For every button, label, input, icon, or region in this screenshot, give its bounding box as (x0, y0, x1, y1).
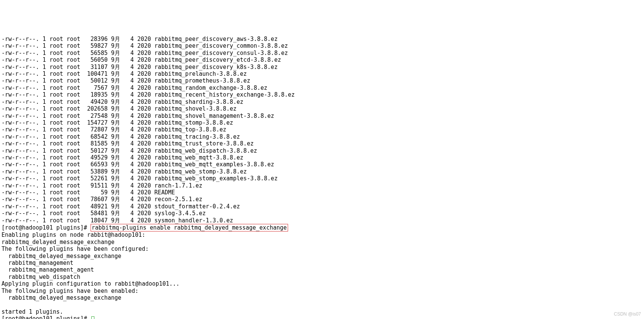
ls-row: -rw-r--r--. 1 root root 18047 9月 4 2020 … (2, 217, 642, 224)
output-line: The following plugins have been configur… (2, 246, 642, 252)
ls-row: -rw-r--r--. 1 root root 58481 9月 4 2020 … (2, 210, 642, 217)
output-line: rabbitmq_delayed_message_exchange (2, 294, 642, 301)
output-line: The following plugins have been enabled: (2, 288, 642, 294)
ls-row: -rw-r--r--. 1 root root 100471 9月 4 2020… (2, 70, 642, 77)
output-line (2, 301, 642, 308)
highlighted-command: rabbitmq-plugins enable rabbitmq_delayed… (91, 224, 288, 231)
ls-row: -rw-r--r--. 1 root root 52261 9月 4 2020 … (2, 175, 642, 182)
output-line: Enabling plugins on node rabbit@hadoop10… (2, 231, 642, 238)
output-line: rabbitmq_delayed_message_exchange (2, 253, 642, 260)
ls-row: -rw-r--r--. 1 root root 49420 9月 4 2020 … (2, 99, 642, 105)
ls-row: -rw-r--r--. 1 root root 66593 9月 4 2020 … (2, 161, 642, 168)
ls-row: -rw-r--r--. 1 root root 154727 9月 4 2020… (2, 119, 642, 126)
ls-row: -rw-r--r--. 1 root root 202658 9月 4 2020… (2, 105, 642, 112)
ls-row: -rw-r--r--. 1 root root 68542 9月 4 2020 … (2, 133, 642, 140)
cursor-icon (91, 316, 94, 319)
output-line: rabbitmq_delayed_message_exchange (2, 239, 642, 246)
ls-row: -rw-r--r--. 1 root root 50127 9月 4 2020 … (2, 147, 642, 154)
ls-row: -rw-r--r--. 1 root root 59827 9月 4 2020 … (2, 42, 642, 49)
shell-prompt: [root@hadoop101 plugins]# (2, 224, 91, 231)
ls-row: -rw-r--r--. 1 root root 31107 9月 4 2020 … (2, 64, 642, 70)
ls-row: -rw-r--r--. 1 root root 28396 9月 4 2020 … (2, 36, 642, 42)
shell-prompt-line: [root@hadoop101 plugins]# rabbitmq-plugi… (2, 224, 642, 231)
ls-row: -rw-r--r--. 1 root root 18935 9月 4 2020 … (2, 91, 642, 98)
ls-row: -rw-r--r--. 1 root root 56585 9月 4 2020 … (2, 50, 642, 56)
ls-row: -rw-r--r--. 1 root root 53889 9月 4 2020 … (2, 168, 642, 175)
shell-prompt: [root@hadoop101 plugins]# (2, 315, 91, 319)
ls-row: -rw-r--r--. 1 root root 48921 9月 4 2020 … (2, 203, 642, 210)
ls-row: -rw-r--r--. 1 root root 49529 9月 4 2020 … (2, 154, 642, 161)
ls-row: -rw-r--r--. 1 root root 27548 9月 4 2020 … (2, 113, 642, 119)
shell-prompt-line[interactable]: [root@hadoop101 plugins]# (2, 315, 642, 319)
ls-row: -rw-r--r--. 1 root root 7567 9月 4 2020 r… (2, 84, 642, 91)
ls-row: -rw-r--r--. 1 root root 56050 9月 4 2020 … (2, 56, 642, 63)
output-line: started 1 plugins. (2, 308, 642, 315)
ls-row: -rw-r--r--. 1 root root 81585 9月 4 2020 … (2, 140, 642, 147)
output-line: rabbitmq_management_agent (2, 266, 642, 273)
terminal-output[interactable]: -rw-r--r--. 1 root root 28396 9月 4 2020 … (0, 35, 644, 319)
output-line: Applying plugin configuration to rabbit@… (2, 280, 642, 287)
ls-row: -rw-r--r--. 1 root root 59 9月 4 2020 REA… (2, 189, 642, 196)
output-line: rabbitmq_web_dispatch (2, 274, 642, 280)
output-line: rabbitmq_management (2, 260, 642, 266)
watermark: CSDN @is07 (614, 311, 641, 317)
ls-row: -rw-r--r--. 1 root root 91511 9月 4 2020 … (2, 182, 642, 189)
ls-row: -rw-r--r--. 1 root root 78607 9月 4 2020 … (2, 196, 642, 203)
ls-row: -rw-r--r--. 1 root root 72807 9月 4 2020 … (2, 126, 642, 133)
ls-row: -rw-r--r--. 1 root root 50012 9月 4 2020 … (2, 77, 642, 84)
